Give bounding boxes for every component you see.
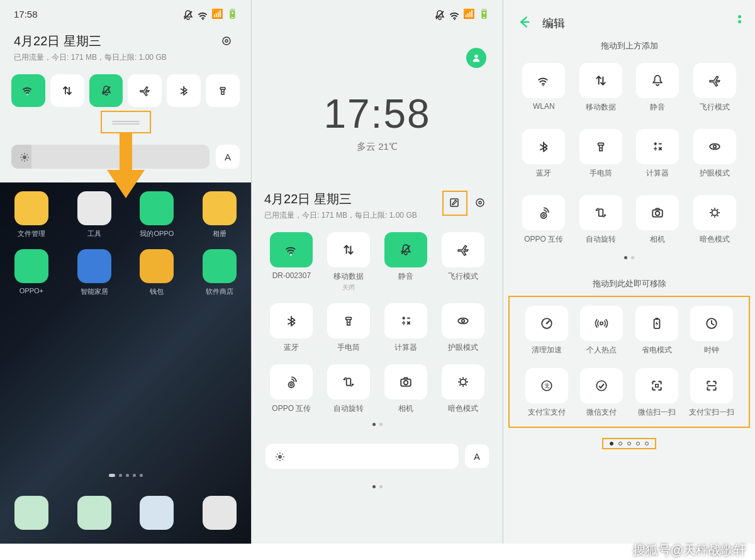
tile-data[interactable]	[50, 74, 84, 107]
remove-section-label: 拖动到此处即可移除	[503, 278, 755, 289]
settings-button[interactable]	[471, 194, 490, 213]
screen-3-edit: 编辑 拖动到上方添加 WLAN 移动数据 静音 飞行模式 蓝牙 手电筒 计算器 …	[503, 0, 755, 544]
app-软件商店[interactable]: 软件商店	[196, 249, 243, 296]
svg-point-35	[474, 55, 478, 58]
tile-s3bot-4[interactable]: 支付宝支付	[523, 368, 570, 418]
app-相册[interactable]: 相册	[196, 191, 243, 238]
dnd-icon	[182, 9, 192, 19]
battery-icon: 🔋	[227, 9, 237, 19]
tile-mute[interactable]	[89, 74, 123, 107]
auto-brightness-button[interactable]: A	[465, 444, 489, 468]
tile-s2-3[interactable]: 飞行模式	[438, 232, 488, 292]
tile-s3top-8[interactable]: OPPO 互传	[520, 195, 568, 245]
tile-s2-5[interactable]: 手电筒	[324, 303, 374, 353]
tile-flashlight[interactable]	[206, 74, 240, 107]
tile-s2-7[interactable]: 护眼模式	[438, 303, 488, 353]
remove-area-highlight: 清理加速 个人热点 省电模式 时钟 支付宝支付 微信支付 微信扫一扫 支付宝扫一…	[508, 296, 750, 428]
app-文件管理[interactable]: 文件管理	[8, 191, 55, 238]
tile-s3top-9[interactable]: 自动旋转	[577, 195, 625, 245]
tile-s2-10[interactable]: 相机	[381, 364, 431, 414]
page-title: 编辑	[542, 16, 565, 31]
tile-s3bot-5[interactable]: 微信支付	[579, 368, 625, 418]
dock-browser[interactable]	[133, 496, 180, 534]
tile-s3top-6[interactable]: 计算器	[634, 129, 682, 179]
signal-icon: 📶	[212, 9, 222, 19]
tile-s3bot-1[interactable]: 个人热点	[579, 306, 625, 356]
wifi-icon	[197, 9, 207, 19]
tile-s2-8[interactable]: OPPO 互传	[267, 364, 316, 414]
annotation-arrow-down	[107, 132, 145, 204]
tile-s3bot-2[interactable]: 省电模式	[634, 306, 680, 356]
tile-s2-9[interactable]: 自动旋转	[324, 364, 374, 414]
edit-tiles-button-highlight[interactable]	[442, 191, 467, 216]
tile-s3top-0[interactable]: WLAN	[520, 63, 568, 113]
screen-1-partial-panel: 17:58 📶 🔋 4月22日 星期三 已用流量，今日: 171 MB，每日上限…	[0, 0, 252, 544]
app-钱包[interactable]: 钱包	[133, 249, 180, 296]
tile-wifi[interactable]	[11, 74, 45, 107]
dock-messages[interactable]	[71, 496, 118, 534]
status-bar: 📶 🔋	[252, 0, 503, 28]
top-page-indicator	[503, 256, 755, 259]
dnd-icon	[433, 9, 444, 19]
dock-phone[interactable]	[8, 496, 55, 534]
tile-s2-6[interactable]: 计算器	[381, 303, 431, 353]
battery-icon: 🔋	[479, 9, 489, 19]
panel-page-indicator	[252, 485, 503, 488]
screen-2-full-panel: 📶 🔋 17:58 多云 21℃ 4月22日 星期三 已用流量，今日: 171 …	[252, 0, 503, 544]
panel-date: 4月22日 星期三	[264, 191, 417, 208]
dock-camera[interactable]	[196, 496, 243, 534]
tile-s3top-5[interactable]: 手电筒	[577, 129, 625, 179]
tile-s3top-7[interactable]: 护眼模式	[691, 129, 739, 179]
back-button[interactable]	[517, 15, 531, 31]
tile-s3bot-3[interactable]: 时钟	[689, 306, 735, 356]
more-menu-button[interactable]	[738, 15, 741, 23]
tile-s3top-1[interactable]: 移动数据	[577, 63, 625, 113]
dock	[0, 496, 251, 534]
signal-icon: 📶	[464, 9, 474, 19]
tile-s2-1[interactable]: 移动数据关闭	[324, 232, 374, 292]
tile-bluetooth[interactable]	[167, 74, 201, 107]
add-section-label: 拖动到上方添加	[503, 40, 755, 52]
brightness-slider[interactable]	[266, 444, 459, 469]
tile-s3top-3[interactable]: 飞行模式	[691, 63, 739, 113]
tile-s2-4[interactable]: 蓝牙	[267, 303, 316, 353]
panel-usage: 已用流量，今日: 171 MB，每日上限: 1.00 GB	[14, 52, 167, 63]
home-page-indicator	[0, 474, 251, 477]
panel-usage: 已用流量，今日: 171 MB，每日上限: 1.00 GB	[264, 210, 417, 221]
settings-button[interactable]	[218, 33, 237, 52]
status-time: 17:58	[14, 9, 38, 20]
lock-clock: 17:58	[252, 91, 503, 137]
tile-s2-11[interactable]: 暗色模式	[438, 364, 488, 414]
panel-date: 4月22日 星期三	[14, 33, 167, 50]
tile-s2-0[interactable]: DR-002307	[267, 232, 316, 292]
wifi-icon	[449, 9, 459, 19]
app-OPPO+[interactable]: OPPO+	[8, 249, 55, 296]
tile-s2-2[interactable]: 静音	[381, 232, 431, 292]
bottom-page-indicator-highlight	[602, 438, 656, 449]
tile-s3top-2[interactable]: 静音	[634, 63, 682, 113]
tile-s3bot-0[interactable]: 清理加速	[523, 306, 570, 356]
profile-button[interactable]	[466, 48, 486, 68]
tile-s3top-11[interactable]: 暗色模式	[691, 195, 739, 245]
status-bar: 17:58 📶 🔋	[0, 0, 251, 28]
drag-handle-highlight[interactable]	[101, 111, 151, 133]
tile-airplane[interactable]	[128, 74, 162, 107]
app-智能家居[interactable]: 智能家居	[71, 249, 118, 296]
auto-brightness-button[interactable]: A	[216, 145, 240, 169]
tile-s3bot-7[interactable]: 支付宝扫一扫	[689, 368, 735, 418]
tile-s3top-10[interactable]: 相机	[634, 195, 682, 245]
tile-s3bot-6[interactable]: 微信扫一扫	[634, 368, 680, 418]
lock-weather: 多云 21℃	[252, 141, 503, 153]
watermark: 搜狐号@天秤战歌轩	[633, 542, 746, 559]
tile-s3top-4[interactable]: 蓝牙	[520, 129, 568, 179]
